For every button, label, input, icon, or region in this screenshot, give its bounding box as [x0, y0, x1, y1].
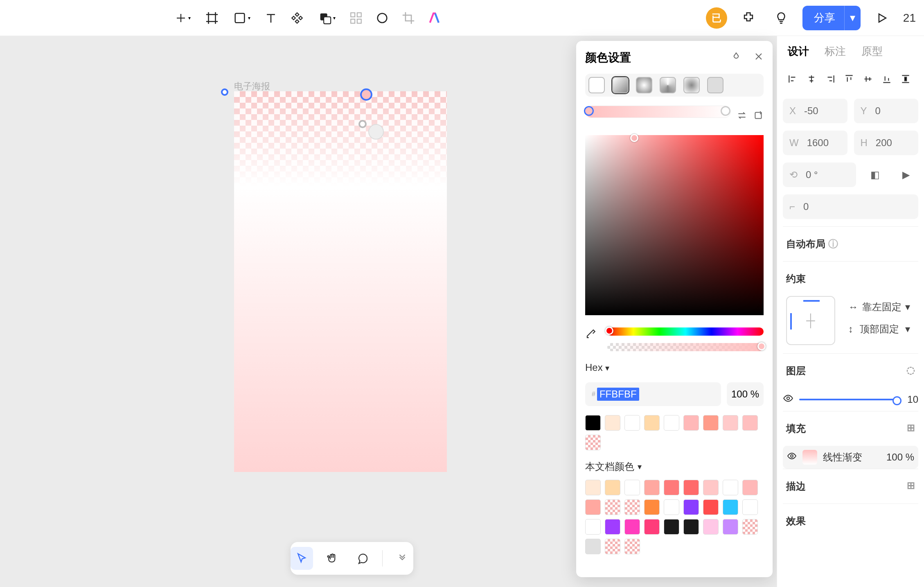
fill-visibility-icon[interactable] — [787, 451, 797, 463]
y-input[interactable]: Y0 — [854, 99, 919, 123]
swatch[interactable] — [644, 519, 660, 535]
eyedropper-icon[interactable] — [585, 326, 597, 340]
gradient-editor-bar[interactable] — [585, 106, 731, 118]
plugins-icon[interactable] — [737, 7, 760, 29]
alpha-cursor[interactable] — [757, 342, 766, 350]
gradient-endpoint-bottom[interactable] — [358, 120, 367, 128]
fill-item[interactable]: 线性渐变 100 % — [783, 446, 918, 469]
swatch[interactable] — [723, 415, 738, 431]
boolean-tool[interactable]: ▾ — [312, 7, 341, 29]
visibility-icon[interactable] — [783, 393, 793, 406]
hex-opacity-input[interactable]: 100 % — [727, 382, 764, 406]
gradient-rotate-handle[interactable] — [368, 124, 384, 140]
swatch[interactable] — [605, 499, 620, 515]
doc-colors-label[interactable]: 本文档颜色 ▾ — [585, 460, 764, 473]
swatch[interactable] — [664, 519, 679, 535]
swatch[interactable] — [683, 480, 699, 495]
share-dropdown-icon[interactable]: ▾ — [844, 6, 861, 30]
align-vcenter-icon[interactable] — [860, 71, 876, 87]
h-input[interactable]: H200 — [854, 131, 919, 155]
gradient-stop-2[interactable] — [721, 106, 730, 116]
fill-solid[interactable] — [588, 77, 605, 93]
swatch[interactable] — [605, 480, 620, 495]
shape-tool[interactable]: ▾ — [227, 7, 256, 29]
swatch[interactable] — [585, 519, 601, 535]
canvas-frame[interactable] — [234, 91, 447, 472]
swatch[interactable] — [624, 480, 640, 495]
crop-tool[interactable] — [397, 7, 420, 29]
stroke-add-icon[interactable]: ⊞ — [907, 480, 915, 493]
ai-tool[interactable] — [423, 7, 446, 29]
swatch[interactable] — [605, 539, 620, 554]
swatch[interactable] — [664, 415, 679, 431]
swatch[interactable] — [605, 519, 620, 535]
swatch[interactable] — [742, 415, 758, 431]
swatch[interactable] — [644, 415, 660, 431]
user-badge[interactable]: 已 — [706, 7, 727, 29]
mask-tool[interactable] — [371, 7, 394, 29]
add-tool[interactable]: ▾ — [168, 7, 197, 29]
swatch[interactable] — [723, 499, 738, 515]
saturation-value-picker[interactable] — [585, 135, 764, 315]
align-bottom-icon[interactable] — [879, 71, 895, 87]
swatch[interactable] — [664, 480, 679, 495]
swatch[interactable] — [664, 499, 679, 515]
share-button[interactable]: 分享▾ — [802, 6, 861, 30]
blend-icon[interactable]: ◌ — [906, 364, 915, 377]
blend-mode-icon[interactable] — [731, 52, 741, 64]
swatch[interactable] — [624, 539, 640, 554]
fill-opacity[interactable]: 100 % — [886, 452, 914, 463]
swatch[interactable] — [644, 499, 660, 515]
fill-swatch[interactable] — [802, 450, 817, 465]
distribute-icon[interactable] — [897, 71, 914, 87]
swatch[interactable] — [683, 415, 699, 431]
fill-diamond[interactable] — [683, 77, 700, 93]
constraint-h-dropdown[interactable]: ↔ 靠左固定 ▾ — [843, 296, 915, 318]
align-left-icon[interactable] — [784, 71, 801, 87]
component-tool[interactable] — [345, 7, 367, 29]
swatch[interactable] — [723, 519, 738, 535]
frame-tool[interactable] — [201, 7, 223, 29]
tab-design[interactable]: 设计 — [788, 44, 809, 59]
gradient-stop-handle[interactable] — [360, 88, 372, 101]
swap-stops-icon[interactable] — [737, 110, 747, 122]
swatch[interactable] — [683, 519, 699, 535]
swatch[interactable] — [585, 539, 601, 554]
hue-slider[interactable] — [607, 327, 764, 336]
hue-cursor[interactable] — [605, 327, 613, 335]
swatch[interactable] — [624, 499, 640, 515]
play-icon[interactable] — [870, 7, 893, 29]
alpha-slider[interactable] — [607, 343, 764, 351]
gradient-stop-1[interactable] — [584, 106, 594, 116]
fill-linear[interactable] — [612, 77, 629, 93]
swatch[interactable] — [644, 480, 660, 495]
swatch[interactable] — [605, 415, 620, 431]
align-right-icon[interactable] — [822, 71, 838, 87]
swatch[interactable] — [742, 519, 758, 535]
tab-annotate[interactable]: 标注 — [825, 44, 846, 59]
flip-v-icon[interactable]: ▶ — [894, 163, 918, 187]
w-input[interactable]: W1600 — [783, 131, 847, 155]
fill-radial[interactable] — [636, 77, 652, 93]
close-icon[interactable] — [754, 52, 764, 64]
swatch[interactable] — [742, 499, 758, 515]
tab-prototype[interactable]: 原型 — [861, 44, 883, 59]
swatch[interactable] — [723, 480, 738, 495]
constraint-diagram[interactable]: ┼ — [786, 296, 835, 345]
swatch[interactable] — [585, 415, 601, 431]
swatch[interactable] — [742, 480, 758, 495]
swatch[interactable] — [683, 499, 699, 515]
swatch[interactable] — [585, 435, 601, 450]
fill-angular[interactable] — [660, 77, 676, 93]
x-input[interactable]: X-50 — [783, 99, 847, 123]
frame-label[interactable]: 电子海报 — [234, 80, 270, 93]
swatch[interactable] — [585, 480, 601, 495]
hint-icon[interactable] — [770, 7, 793, 29]
opacity-slider[interactable] — [799, 399, 901, 400]
rotation-input[interactable]: ⟲0 ° — [783, 163, 856, 187]
hand-tool[interactable] — [321, 547, 344, 570]
fill-add-icon[interactable]: ⊞ — [907, 422, 915, 435]
resource-tool[interactable] — [286, 7, 309, 29]
comment-tool[interactable] — [352, 547, 374, 570]
swatch[interactable] — [703, 499, 719, 515]
